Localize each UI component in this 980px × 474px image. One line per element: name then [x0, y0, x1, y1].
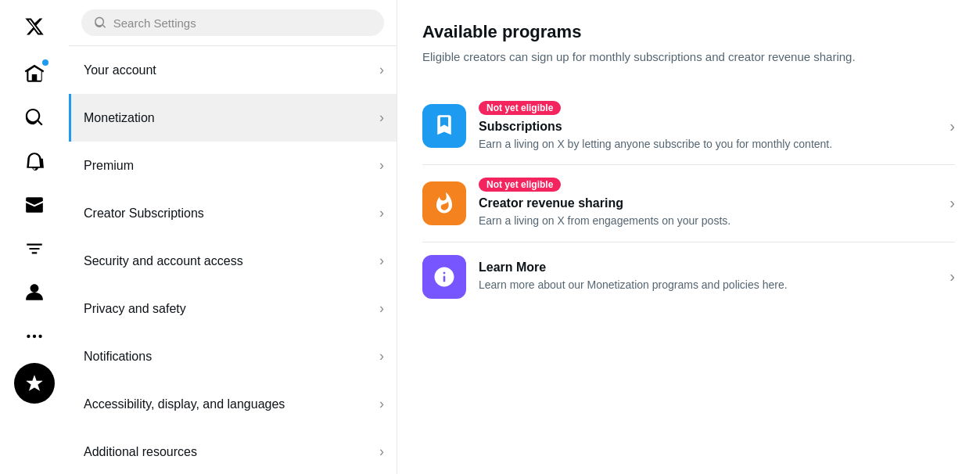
sidebar-item-7[interactable]: Accessibility, display, and languages ›	[69, 380, 397, 428]
sidebar-item-1[interactable]: Monetization ›	[69, 94, 397, 142]
program-name-2: Learn More	[479, 260, 937, 275]
program-name-0: Subscriptions	[479, 120, 937, 134]
badge-row-0: Not yet eligible	[479, 101, 937, 115]
subscriptions-icon	[422, 104, 466, 148]
sidebar-item-8[interactable]: Additional resources ›	[69, 428, 397, 474]
settings-sidebar: Your account › Monetization › Premium › …	[69, 0, 397, 474]
search-input-wrap[interactable]	[81, 9, 384, 36]
explore-icon[interactable]	[14, 97, 55, 138]
sidebar-item-label-1: Monetization	[84, 111, 155, 125]
sidebar-item-0[interactable]: Your account ›	[69, 46, 397, 94]
not-eligible-badge-0: Not yet eligible	[479, 101, 561, 115]
sidebar-chevron-0: ›	[379, 62, 384, 78]
page-title: Available programs	[422, 22, 955, 42]
sidebar-menu: Your account › Monetization › Premium › …	[69, 46, 397, 474]
home-icon[interactable]	[14, 53, 55, 94]
program-card-0[interactable]: Not yet eligible Subscriptions Earn a li…	[422, 88, 955, 166]
sidebar-item-label-2: Premium	[84, 159, 134, 173]
program-info-0: Not yet eligible Subscriptions Earn a li…	[479, 101, 937, 153]
svg-point-2	[38, 335, 41, 338]
sidebar-item-2[interactable]: Premium ›	[69, 142, 397, 189]
sidebar-chevron-4: ›	[379, 253, 384, 269]
x-logo-icon[interactable]	[14, 6, 55, 47]
program-chevron-0: ›	[949, 117, 955, 135]
program-desc-2: Learn more about our Monetization progra…	[479, 278, 937, 293]
sidebar-item-4[interactable]: Security and account access ›	[69, 237, 397, 285]
program-name-1: Creator revenue sharing	[479, 196, 937, 210]
program-info-2: Learn More Learn more about our Monetiza…	[479, 260, 937, 293]
notifications-nav-icon[interactable]	[14, 141, 55, 181]
sidebar-chevron-1: ›	[379, 110, 384, 126]
search-input[interactable]	[113, 16, 372, 30]
search-icon	[94, 16, 107, 30]
program-info-1: Not yet eligible Creator revenue sharing…	[479, 178, 937, 229]
sidebar-chevron-6: ›	[379, 348, 384, 364]
programs-list: Not yet eligible Subscriptions Earn a li…	[422, 88, 955, 311]
search-box	[69, 0, 397, 46]
sidebar-chevron-8: ›	[379, 443, 384, 460]
sidebar-item-label-6: Notifications	[84, 350, 152, 364]
sidebar-chevron-3: ›	[379, 205, 384, 221]
program-chevron-1: ›	[949, 194, 955, 212]
premium-nav-button[interactable]	[14, 363, 55, 404]
main-content: Available programs Eligible creators can…	[397, 0, 980, 474]
sidebar-item-label-7: Accessibility, display, and languages	[84, 397, 285, 411]
sidebar-item-label-8: Additional resources	[84, 445, 197, 459]
sidebar-item-label-4: Security and account access	[84, 254, 243, 268]
not-eligible-badge-1: Not yet eligible	[479, 178, 561, 192]
messages-nav-icon[interactable]	[14, 185, 55, 225]
program-chevron-2: ›	[949, 268, 955, 285]
profile-nav-icon[interactable]	[14, 272, 55, 313]
svg-point-1	[33, 335, 36, 338]
more-nav-icon[interactable]	[14, 316, 55, 357]
home-notification-dot	[42, 59, 48, 66]
sidebar-item-label-0: Your account	[84, 63, 156, 77]
learn-more-icon	[422, 255, 466, 299]
sidebar-chevron-5: ›	[379, 300, 384, 317]
sidebar-chevron-7: ›	[379, 396, 384, 412]
sidebar-item-6[interactable]: Notifications ›	[69, 332, 397, 380]
program-card-2[interactable]: Learn More Learn more about our Monetiza…	[422, 242, 955, 311]
program-desc-0: Earn a living on X by letting anyone sub…	[479, 137, 937, 153]
sidebar-item-label-5: Privacy and safety	[84, 302, 186, 316]
badge-row-1: Not yet eligible	[479, 178, 937, 192]
sidebar-item-5[interactable]: Privacy and safety ›	[69, 285, 397, 332]
grok-nav-icon[interactable]	[14, 228, 55, 269]
sidebar-item-label-3: Creator Subscriptions	[84, 206, 204, 221]
svg-point-0	[27, 335, 30, 338]
program-card-1[interactable]: Not yet eligible Creator revenue sharing…	[422, 165, 955, 242]
sidebar-item-3[interactable]: Creator Subscriptions ›	[69, 189, 397, 237]
revenue-sharing-icon	[422, 181, 466, 225]
icon-nav	[0, 0, 69, 474]
page-subtitle: Eligible creators can sign up for monthl…	[422, 48, 954, 66]
sidebar-chevron-2: ›	[379, 157, 384, 174]
program-desc-1: Earn a living on X from engagements on y…	[479, 214, 937, 229]
